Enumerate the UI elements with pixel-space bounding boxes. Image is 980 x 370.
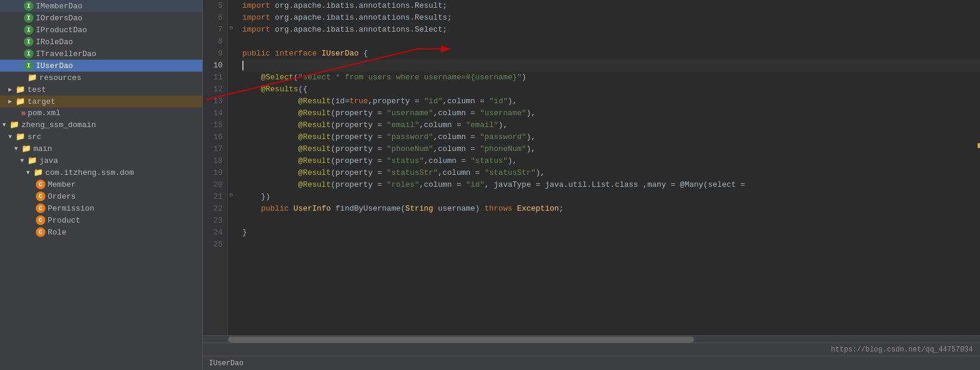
fold-marker-21[interactable]: ⊖ bbox=[229, 191, 233, 199]
sidebar-item-product[interactable]: C Product bbox=[0, 214, 202, 226]
annotation: @Result bbox=[242, 155, 331, 167]
horizontal-scrollbar[interactable] bbox=[203, 335, 980, 343]
sidebar-item-imemberdao[interactable]: I IMemberDao bbox=[0, 0, 202, 12]
code-line-11: @Select("select * from users where usern… bbox=[242, 72, 980, 84]
interface-icon: I bbox=[24, 37, 33, 47]
code-text: ({ bbox=[298, 84, 308, 95]
sidebar-item-label: Role bbox=[48, 228, 66, 237]
code-line-16: @Result(property = "password",column = "… bbox=[242, 131, 980, 143]
fold-marker-7[interactable]: ⊖ bbox=[229, 24, 233, 32]
string-literal: "username" bbox=[387, 107, 433, 119]
code-text: ), bbox=[536, 167, 546, 179]
code-line-10 bbox=[242, 60, 980, 72]
cursor bbox=[242, 61, 244, 70]
keyword: import bbox=[242, 0, 275, 12]
sidebar-item-zheng-ssm-domain[interactable]: ▼ 📁 zheng_ssm_domain bbox=[0, 119, 202, 131]
code-line-12: @Results({ bbox=[242, 84, 980, 95]
annotation: @Result bbox=[242, 119, 331, 131]
string-literal: "email" bbox=[466, 119, 498, 131]
sidebar-item-label: IOrdersDao bbox=[36, 14, 82, 23]
code-text: ,column = bbox=[433, 131, 480, 143]
keyword: true bbox=[349, 95, 368, 107]
line-num-25: 25 bbox=[208, 239, 223, 251]
sidebar-item-com-itzheng-ssm-dom[interactable]: ▼ 📁 com.itzheng.ssm.dom bbox=[0, 166, 202, 178]
sidebar-item-role[interactable]: C Role bbox=[0, 226, 202, 238]
string-literal: "password" bbox=[480, 131, 526, 143]
sidebar-item-member[interactable]: C Member bbox=[0, 178, 202, 190]
string-literal: "statusStr" bbox=[387, 167, 438, 179]
code-line-5: import org.apache.ibatis.annotations.Res… bbox=[242, 0, 980, 12]
folder-icon: 📁 bbox=[16, 97, 25, 106]
code-text: ), bbox=[508, 155, 517, 167]
line-num-13: 13 bbox=[208, 95, 223, 107]
sidebar-item-target[interactable]: ▶ 📁 target bbox=[0, 95, 202, 107]
code-text: ), bbox=[498, 119, 508, 131]
code-area[interactable]: 5 6 7 8 9 10 11 12 13 14 15 16 17 18 19 … bbox=[203, 0, 980, 335]
code-content[interactable]: import org.apache.ibatis.annotations.Res… bbox=[236, 0, 980, 335]
keyword: throws bbox=[485, 203, 517, 215]
code-text: ,column = bbox=[419, 179, 466, 191]
sidebar-item-label: ITravellerDao bbox=[36, 50, 96, 58]
file-icon: m bbox=[21, 110, 26, 117]
sidebar-item-resources[interactable]: 📁 resources bbox=[0, 72, 202, 84]
code-line-13: @Result(id=true,property = "id",column =… bbox=[242, 95, 980, 107]
code-line-6: import org.apache.ibatis.annotations.Res… bbox=[242, 12, 980, 24]
sidebar-item-orders[interactable]: C Orders bbox=[0, 190, 202, 202]
sidebar-item-iproductdao[interactable]: I IProductDao bbox=[0, 24, 202, 36]
sidebar-item-label: src bbox=[27, 132, 41, 141]
class-icon: C bbox=[36, 180, 45, 189]
bottom-tab-bar: IUserDao bbox=[203, 356, 980, 370]
bottom-filename: IUserDao bbox=[209, 359, 244, 368]
code-line-17: @Result(property = "phoneNum",column = "… bbox=[242, 143, 980, 155]
code-text: (property = bbox=[331, 119, 387, 131]
scrollbar-thumb[interactable] bbox=[228, 337, 694, 343]
sidebar-item-itravellerdao[interactable]: I ITravellerDao bbox=[0, 48, 202, 60]
class-icon: C bbox=[36, 192, 45, 201]
sidebar-item-main[interactable]: ▼ 📁 main bbox=[0, 143, 202, 155]
sidebar-item-iordersdao[interactable]: I IOrdersDao bbox=[0, 12, 202, 24]
chevron-down-icon: ▼ bbox=[12, 146, 20, 152]
code-line-21: }) bbox=[242, 191, 980, 203]
sidebar-item-permission[interactable]: C Permission bbox=[0, 202, 202, 214]
line-num-18: 18 bbox=[208, 155, 223, 167]
line-num-8: 8 bbox=[208, 36, 223, 48]
sidebar-item-test[interactable]: ▶ 📁 test bbox=[0, 84, 202, 95]
string-literal: "password" bbox=[387, 131, 433, 143]
sidebar-item-iuserdao[interactable]: I IUserDao bbox=[0, 60, 202, 72]
sidebar-item-pomxml[interactable]: m pom.xml bbox=[0, 107, 202, 119]
code-line-8 bbox=[242, 36, 980, 48]
sidebar-item-iroledao[interactable]: I IRoleDao bbox=[0, 36, 202, 48]
sidebar-item-label: IProductDao bbox=[36, 26, 87, 35]
yellow-scroll-indicator bbox=[978, 143, 980, 148]
line-num-5: 5 bbox=[208, 0, 223, 12]
keyword: interface bbox=[275, 48, 322, 60]
string-literal: "username" bbox=[480, 107, 526, 119]
sidebar-item-label: main bbox=[33, 144, 52, 153]
code-line-22: public UserInfo findByUsername(String us… bbox=[242, 203, 980, 215]
line-num-15: 15 bbox=[208, 119, 223, 131]
string-literal: "email" bbox=[387, 119, 420, 131]
class-icon: C bbox=[36, 215, 45, 225]
code-text: (property = bbox=[331, 155, 387, 167]
string-literal: "id" bbox=[489, 95, 508, 107]
folder-icon: 📁 bbox=[16, 85, 25, 94]
line-num-24: 24 bbox=[208, 227, 223, 239]
sidebar-item-label: target bbox=[27, 97, 56, 106]
interface-icon: I bbox=[24, 13, 33, 23]
sidebar-item-src[interactable]: ▼ 📁 src bbox=[0, 131, 202, 143]
sidebar-item-java[interactable]: ▼ 📁 java bbox=[0, 155, 202, 166]
string-literal: "select * from users where username=#{us… bbox=[298, 72, 522, 84]
interface-icon: I bbox=[24, 61, 33, 70]
string-literal: "status" bbox=[387, 155, 424, 167]
folder-icon: 📁 bbox=[33, 168, 43, 177]
code-text: (property = bbox=[331, 107, 387, 119]
code-line-18: @Result(property = "status",column = "st… bbox=[242, 155, 980, 167]
annotation: @Result bbox=[242, 95, 331, 107]
sidebar-item-label: Product bbox=[48, 216, 81, 225]
string-literal: "id" bbox=[424, 95, 442, 107]
code-text: }) bbox=[242, 191, 270, 203]
type-name: UserInfo bbox=[294, 203, 331, 215]
sidebar: I IMemberDao I IOrdersDao I IProductDao … bbox=[0, 0, 203, 370]
code-text: ), bbox=[526, 107, 536, 119]
code-text: findByUsername( bbox=[331, 203, 405, 215]
